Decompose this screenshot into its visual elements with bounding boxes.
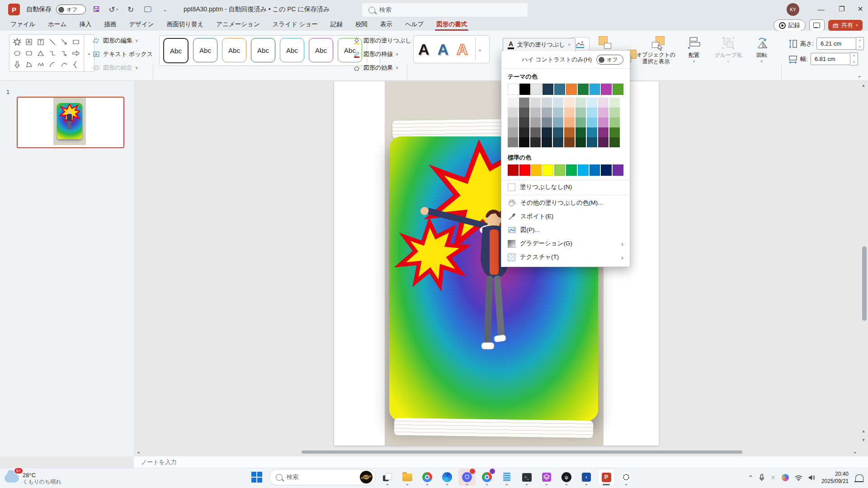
standard-color-swatch-6[interactable] bbox=[566, 164, 577, 176]
menu-item-gradient[interactable]: グラデーション(G)› bbox=[501, 237, 630, 250]
bring-forward-button[interactable] bbox=[598, 36, 611, 50]
powerpoint-app-icon[interactable]: P bbox=[8, 4, 20, 15]
theme-tint-swatch-c3-r2[interactable] bbox=[530, 108, 541, 117]
shape-style-chip-6[interactable]: Abc bbox=[309, 38, 333, 62]
tab-記録[interactable]: 記録 bbox=[325, 19, 349, 31]
shape-style-chip-5[interactable]: Abc bbox=[280, 38, 304, 62]
tab-画面切り替え[interactable]: 画面切り替え bbox=[161, 19, 210, 31]
shape-outline-button[interactable]: 図形の枠線 ˅ bbox=[351, 48, 418, 61]
scroll-right-button[interactable]: ▸ bbox=[852, 449, 859, 456]
app-code-app[interactable]: ‹ bbox=[578, 469, 595, 486]
theme-color-swatch-9[interactable] bbox=[601, 84, 612, 95]
theme-tint-swatch-c6-r2[interactable] bbox=[564, 108, 575, 117]
shape-starburst-button[interactable] bbox=[12, 37, 23, 47]
theme-tint-swatch-c5-r2[interactable] bbox=[553, 108, 563, 117]
wordart-style-3[interactable]: A bbox=[457, 42, 468, 57]
selection-pane-button[interactable]: オブジェクトの 選択と表示 bbox=[637, 36, 675, 65]
theme-tint-swatch-c7-r3[interactable] bbox=[576, 117, 586, 127]
shape-left-brace-button[interactable] bbox=[71, 59, 81, 70]
microphone-icon[interactable] bbox=[759, 474, 764, 481]
app-discord[interactable]: ᗜ bbox=[458, 469, 476, 486]
theme-tint-swatch-c8-r4[interactable] bbox=[587, 127, 597, 137]
shape-rounded-rectangle-button[interactable] bbox=[24, 48, 34, 58]
tab-アニメーション[interactable]: アニメーション bbox=[210, 19, 265, 31]
theme-tint-swatch-c8-r5[interactable] bbox=[587, 137, 597, 147]
theme-tint-swatch-c9-r3[interactable] bbox=[598, 117, 609, 127]
text-box-button[interactable]: A テキスト ボックス ˅ bbox=[90, 48, 167, 61]
shape-right-arrow-button[interactable] bbox=[71, 48, 81, 58]
theme-tint-swatch-c9-r5[interactable] bbox=[598, 137, 609, 147]
standard-color-swatch-4[interactable] bbox=[542, 164, 553, 176]
width-down-icon[interactable]: ˅ bbox=[850, 59, 858, 66]
scroll-up-button[interactable]: ▲ bbox=[860, 82, 867, 89]
shape-oval-button[interactable] bbox=[12, 48, 23, 58]
merge-shapes-button[interactable]: 図形の結合 ˅ bbox=[90, 61, 167, 74]
wordart-style-1[interactable]: A bbox=[418, 42, 429, 57]
theme-color-swatch-10[interactable] bbox=[613, 84, 623, 95]
menu-item-palette[interactable]: その他の塗りつぶしの色(M)... bbox=[501, 196, 630, 210]
menu-item-texture[interactable]: テクスチャ(T)› bbox=[501, 250, 630, 264]
undo-button[interactable]: ↺˅ bbox=[107, 3, 120, 16]
menu-item-eyedropper[interactable]: スポイト(E) bbox=[501, 210, 630, 223]
theme-tint-swatch-c4-r3[interactable] bbox=[542, 117, 552, 127]
theme-tint-swatch-c2-r3[interactable] bbox=[519, 117, 529, 127]
account-avatar[interactable]: KY bbox=[787, 3, 799, 16]
titlebar-search-box[interactable]: 検索 bbox=[362, 3, 528, 17]
theme-tint-swatch-c7-r4[interactable] bbox=[576, 127, 586, 137]
previous-slide-button[interactable]: ▲ bbox=[860, 427, 867, 435]
width-value[interactable]: 6.81 cm bbox=[811, 53, 850, 65]
shape-style-chip-3[interactable]: Abc bbox=[222, 38, 246, 62]
standard-color-swatch-5[interactable] bbox=[554, 164, 565, 176]
height-down-icon[interactable]: ˅ bbox=[856, 44, 863, 50]
tab-ヘルプ[interactable]: ヘルプ bbox=[399, 19, 429, 31]
next-slide-button[interactable]: ▼ bbox=[860, 436, 867, 444]
menu-item-none[interactable]: 塗りつぶしなし(N) bbox=[501, 180, 630, 194]
theme-tint-swatch-c9-r2[interactable] bbox=[598, 108, 609, 117]
shape-line-button[interactable] bbox=[47, 37, 58, 47]
tab-挿入[interactable]: 挿入 bbox=[73, 19, 97, 31]
width-spinner[interactable]: 6.81 cm ˄˅ bbox=[811, 52, 858, 66]
theme-tint-swatch-c5-r5[interactable] bbox=[553, 137, 563, 147]
shape-down-arrow-button[interactable] bbox=[12, 59, 23, 70]
theme-tint-swatch-c5-r4[interactable] bbox=[553, 127, 563, 137]
shape-text-box-button[interactable] bbox=[24, 37, 34, 47]
weather-widget[interactable]: 9+ 28°C くもりのち晴れ bbox=[5, 472, 95, 485]
theme-tint-swatch-c10-r3[interactable] bbox=[609, 117, 620, 127]
shape-fill-button[interactable]: 図形の塗りつぶし ˅ bbox=[351, 34, 418, 47]
volume-icon[interactable] bbox=[808, 474, 816, 481]
tab-ファイル[interactable]: ファイル bbox=[5, 19, 41, 31]
rotate-button[interactable]: 回転 ˅ bbox=[750, 36, 774, 64]
standard-color-swatch-10[interactable] bbox=[613, 164, 623, 176]
share-button[interactable]: 🖄 共有 ˅ bbox=[828, 20, 863, 31]
theme-tint-swatch-c10-r4[interactable] bbox=[609, 127, 620, 137]
shape-rectangle-button[interactable] bbox=[71, 37, 81, 47]
theme-tint-swatch-c6-r1[interactable] bbox=[564, 98, 575, 108]
shape-arrow-button[interactable] bbox=[59, 37, 70, 47]
x-app-icon[interactable]: ✕ bbox=[770, 474, 776, 481]
theme-tint-swatch-c1-r1[interactable] bbox=[508, 98, 518, 108]
shape-triangle-button[interactable] bbox=[35, 48, 46, 58]
standard-color-swatch-1[interactable] bbox=[508, 164, 519, 176]
tab-描画[interactable]: 描画 bbox=[98, 19, 122, 31]
theme-tint-swatch-c5-r1[interactable] bbox=[553, 98, 563, 108]
theme-tint-swatch-c5-r3[interactable] bbox=[553, 117, 563, 127]
tab-ホーム[interactable]: ホーム bbox=[42, 19, 72, 31]
theme-tint-swatch-c6-r3[interactable] bbox=[564, 117, 575, 127]
theme-tint-swatch-c7-r2[interactable] bbox=[576, 108, 586, 117]
theme-tint-swatch-c9-r1[interactable] bbox=[598, 98, 609, 108]
taskbar-search-box[interactable]: 検索 bbox=[269, 469, 376, 485]
theme-tint-swatch-c1-r5[interactable] bbox=[508, 137, 518, 147]
theme-tint-swatch-c4-r4[interactable] bbox=[542, 127, 552, 137]
theme-tint-swatch-c9-r4[interactable] bbox=[598, 127, 609, 137]
shape-scribble-button[interactable] bbox=[35, 59, 46, 70]
notes-pane[interactable]: ノートを入力 bbox=[134, 456, 868, 468]
app-edge[interactable] bbox=[439, 469, 456, 486]
record-button[interactable]: 記録 bbox=[774, 19, 806, 31]
arrange-button[interactable]: 配置 ˅ bbox=[682, 36, 706, 64]
theme-color-swatch-7[interactable] bbox=[578, 84, 589, 95]
theme-tint-swatch-c3-r1[interactable] bbox=[530, 98, 541, 108]
minimize-button[interactable]: — bbox=[811, 0, 831, 18]
shape-elbow-connector-button[interactable] bbox=[47, 48, 58, 58]
standard-color-swatch-3[interactable] bbox=[531, 164, 542, 176]
app-layers[interactable] bbox=[538, 469, 555, 486]
